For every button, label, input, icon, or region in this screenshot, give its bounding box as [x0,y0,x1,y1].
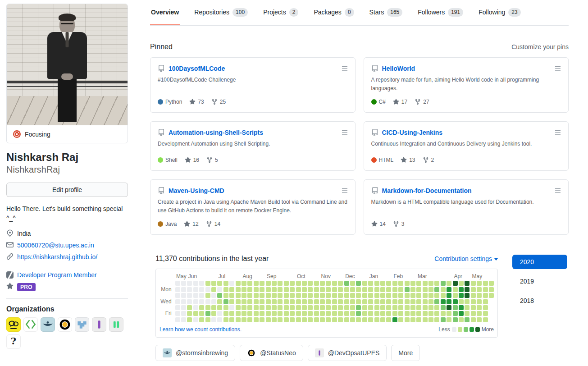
contribution-cell[interactable] [477,299,482,304]
contribution-cell[interactable] [416,287,421,292]
contribution-cell[interactable] [453,293,458,298]
more-filters-button[interactable]: More [391,345,420,361]
contribution-cell[interactable] [410,311,415,316]
contribution-cell[interactable] [405,299,410,304]
tab-following[interactable]: Following23 [478,0,522,25]
contribution-cell[interactable] [344,281,349,286]
org-avatar-eagle[interactable] [41,317,55,332]
contribution-cell[interactable] [380,281,385,286]
contribution-cell[interactable] [471,287,476,292]
contribution-cell[interactable] [296,287,301,292]
contribution-cell[interactable] [266,305,271,310]
contribution-cell[interactable] [332,317,337,322]
contribution-cell[interactable] [236,311,241,316]
contribution-cell[interactable] [410,287,415,292]
contribution-cell[interactable] [477,287,482,292]
contribution-cell[interactable] [266,299,271,304]
contribution-cell[interactable] [416,299,421,304]
contribution-cell[interactable] [392,281,397,286]
contribution-cell[interactable] [477,311,482,316]
year-button-2020[interactable]: 2020 [512,255,567,269]
contribution-cell[interactable] [236,305,241,310]
contribution-cell[interactable] [290,287,295,292]
repo-stars[interactable]: 13 [401,157,415,163]
contribution-cell[interactable] [368,293,373,298]
contribution-cell[interactable] [416,317,421,322]
contribution-cell[interactable] [302,311,307,316]
repo-stars[interactable]: 16 [185,157,199,163]
contribution-cell[interactable] [175,287,180,292]
contribution-cell[interactable] [483,281,488,286]
contribution-cell[interactable] [423,317,428,322]
contribution-cell[interactable] [320,299,325,304]
year-button-2018[interactable]: 2018 [512,293,567,308]
contribution-cell[interactable] [380,305,385,310]
contribution-cell[interactable] [332,299,337,304]
grabber-icon[interactable] [555,129,561,136]
contribution-cell[interactable] [356,305,361,310]
contribution-cell[interactable] [242,317,246,322]
contribution-cell[interactable] [459,281,464,286]
org-filter-stormsinbrewing[interactable]: @stormsinbrewing [155,345,235,361]
contribution-cell[interactable] [260,305,264,310]
contribution-cell[interactable] [314,281,319,286]
contribution-cell[interactable] [223,311,228,316]
contribution-cell[interactable] [247,281,252,286]
contribution-cell[interactable] [477,293,482,298]
contribution-cell[interactable] [398,299,403,304]
contribution-cell[interactable] [398,305,403,310]
repo-name-link[interactable]: CICD-Using-Jenkins [382,129,552,136]
contribution-cell[interactable] [441,281,446,286]
contribution-cell[interactable] [272,299,277,304]
contribution-cell[interactable] [386,287,391,292]
contribution-cell[interactable] [423,299,428,304]
contribution-cell[interactable] [332,311,337,316]
contribution-cell[interactable] [362,317,367,322]
contribution-cell[interactable] [447,317,451,322]
contribution-cell[interactable] [211,281,216,286]
contribution-cell[interactable] [272,317,277,322]
contribution-cell[interactable] [441,293,446,298]
contribution-cell[interactable] [211,299,216,304]
repo-stars[interactable]: 73 [189,99,204,105]
contribution-cell[interactable] [471,311,476,316]
contribution-cell[interactable] [405,311,410,316]
contribution-cell[interactable] [260,317,264,322]
contribution-cell[interactable] [483,305,488,310]
contribution-cell[interactable] [459,299,464,304]
contribution-cell[interactable] [368,299,373,304]
contribution-cell[interactable] [441,317,446,322]
contribution-cell[interactable] [284,305,289,310]
contribution-cell[interactable] [187,299,192,304]
contribution-cell[interactable] [362,305,367,310]
contribution-cell[interactable] [314,317,319,322]
contribution-cell[interactable] [386,305,391,310]
contribution-cell[interactable] [374,311,379,316]
contribution-cell[interactable] [247,287,252,292]
contribution-cell[interactable] [416,311,421,316]
contribution-cell[interactable] [423,287,428,292]
contribution-cell[interactable] [380,311,385,316]
contribution-cell[interactable] [254,281,259,286]
contribution-cell[interactable] [410,299,415,304]
contribution-cell[interactable] [193,281,198,286]
contribution-cell[interactable] [416,293,421,298]
contribution-cell[interactable] [410,317,415,322]
contribution-cell[interactable] [205,317,210,322]
contribution-cell[interactable] [465,293,469,298]
contribution-cell[interactable] [465,287,469,292]
contribution-cell[interactable] [465,281,469,286]
contribution-cell[interactable] [428,317,433,322]
contribution-cell[interactable] [266,317,271,322]
contribution-cell[interactable] [181,293,186,298]
contribution-cell[interactable] [392,317,397,322]
contribution-cell[interactable] [284,281,289,286]
contribution-cell[interactable] [187,293,192,298]
contribution-cell[interactable] [483,287,488,292]
contribution-cell[interactable] [368,287,373,292]
repo-forks[interactable]: 3 [393,221,405,227]
contribution-cell[interactable] [290,293,295,298]
contribution-cell[interactable] [278,305,283,310]
contribution-cell[interactable] [260,281,264,286]
contribution-cell[interactable] [217,281,222,286]
